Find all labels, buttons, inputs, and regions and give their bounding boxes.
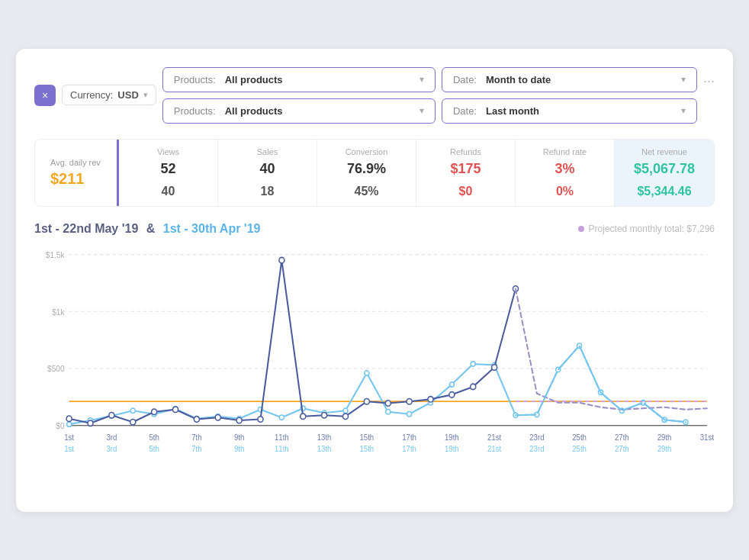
svg-text:13th: 13th [317, 444, 332, 452]
svg-text:7th: 7th [191, 433, 201, 441]
svg-point-49 [279, 257, 284, 262]
svg-text:1st: 1st [64, 433, 74, 441]
products-chevron-row2-icon: ▾ [420, 105, 424, 116]
filters-left: × Currency: USD ▾ [34, 85, 156, 106]
svg-text:27th: 27th [615, 444, 629, 452]
currency-chevron-icon: ▾ [143, 90, 148, 100]
avg-label: Avg. daily rev [50, 158, 101, 167]
date-filter-row2[interactable]: Date: Last month ▾ [442, 98, 697, 124]
svg-text:5th: 5th [149, 433, 159, 441]
svg-point-12 [130, 408, 135, 413]
svg-text:21st: 21st [487, 444, 501, 452]
date-filter-group: Date: Month to date ▾ Date: Last month ▾… [442, 67, 715, 124]
svg-point-39 [66, 415, 72, 420]
svg-point-52 [342, 413, 348, 418]
currency-label: Currency: [70, 89, 113, 101]
svg-point-25 [407, 411, 412, 416]
svg-text:9th: 9th [234, 444, 244, 452]
svg-point-45 [194, 416, 199, 421]
svg-text:3rd: 3rd [106, 444, 117, 452]
currency-selector[interactable]: Currency: USD ▾ [62, 85, 156, 105]
chart-period1: 1st - 22nd May '19 [34, 222, 138, 235]
svg-text:17th: 17th [402, 433, 416, 441]
chart-period2: 1st - 30th Apr '19 [163, 222, 261, 235]
svg-text:25th: 25th [572, 444, 587, 452]
stat-col-refund-rate: Refund rate 3% 0% [516, 140, 615, 206]
svg-text:5th: 5th [149, 444, 159, 452]
revenue-chart: $0$500$1k$1.5k1st1st3rd3rd5th5th7th7th9t… [34, 246, 715, 491]
products-filter-row2[interactable]: Products: All products ▾ [162, 98, 436, 124]
svg-point-27 [449, 381, 454, 386]
svg-text:$0: $0 [56, 421, 64, 430]
projected-label: Projected monthly total: $7,296 [589, 224, 715, 234]
stat-col-conversion: Conversion 76.9% 45% [317, 140, 416, 206]
svg-point-58 [471, 384, 476, 389]
svg-text:$1k: $1k [52, 307, 65, 316]
svg-point-43 [152, 409, 157, 414]
stats-columns: Views 52 40 Sales 40 18 Conversion 76.9%… [119, 140, 714, 206]
projected-dot-icon [578, 226, 584, 232]
svg-text:9th: 9th [234, 433, 244, 441]
date-value-row2: Last month [486, 105, 675, 117]
svg-point-55 [407, 398, 412, 404]
date-filter-row1[interactable]: Date: Month to date ▾ [442, 67, 697, 92]
svg-text:7th: 7th [191, 444, 201, 452]
svg-point-28 [471, 361, 475, 365]
svg-point-53 [364, 398, 369, 404]
svg-text:17th: 17th [402, 444, 416, 452]
currency-value: USD [117, 89, 138, 101]
svg-text:19th: 19th [445, 444, 459, 452]
products-value-row2: All products [225, 105, 413, 117]
stat-col-net-revenue: Net revenue $5,067.78 $5,344.46 [615, 140, 714, 206]
main-card: × Currency: USD ▾ Products: All products… [16, 49, 733, 512]
svg-point-41 [109, 412, 114, 417]
avg-value: $211 [50, 170, 101, 188]
svg-text:13th: 13th [317, 433, 332, 441]
svg-text:11th: 11th [275, 444, 289, 452]
svg-point-40 [88, 420, 93, 425]
date-chevron-row1-icon: ▾ [681, 74, 686, 85]
chart-header: 1st - 22nd May '19 & 1st - 30th Apr '19 … [34, 222, 715, 236]
svg-text:15th: 15th [359, 433, 374, 441]
svg-text:1st: 1st [64, 444, 74, 452]
svg-point-47 [236, 417, 242, 423]
svg-point-50 [301, 413, 306, 418]
stat-avg-daily-rev: Avg. daily rev $211 [35, 140, 119, 206]
svg-point-59 [492, 364, 497, 369]
close-button[interactable]: × [34, 85, 56, 106]
svg-point-23 [365, 370, 369, 375]
svg-point-24 [386, 409, 391, 414]
chart-container: $0$500$1k$1.5k1st1st3rd3rd5th5th7th7th9t… [34, 246, 715, 494]
svg-text:29th: 29th [657, 444, 672, 452]
more-options-button[interactable]: ··· [703, 73, 715, 89]
products-value-row1: All products [225, 74, 413, 85]
svg-point-56 [428, 396, 433, 401]
svg-point-44 [172, 407, 178, 412]
date-label-row1: Date: [453, 74, 477, 85]
chart-amp: & [146, 222, 159, 235]
svg-point-54 [385, 400, 391, 405]
projected-total: Projected monthly total: $7,296 [578, 224, 715, 234]
products-label-row1: Products: [174, 74, 216, 85]
filters-section: × Currency: USD ▾ Products: All products… [34, 67, 715, 124]
svg-text:$1.5k: $1.5k [46, 250, 66, 259]
svg-point-22 [343, 408, 348, 413]
svg-point-19 [279, 415, 284, 420]
stats-row: Avg. daily rev $211 Views 52 40 Sales 40… [34, 139, 715, 207]
svg-text:19th: 19th [445, 433, 459, 441]
svg-text:23rd: 23rd [529, 433, 544, 441]
date-label-row2: Date: [453, 105, 477, 117]
svg-text:29th: 29th [657, 433, 672, 441]
svg-text:21st: 21st [487, 433, 501, 441]
stat-col-sales: Sales 40 18 [218, 140, 317, 206]
filter-group-products: Products: All products ▾ Products: All p… [162, 67, 436, 124]
svg-point-57 [449, 391, 455, 397]
svg-text:31st: 31st [700, 433, 714, 441]
svg-point-48 [258, 416, 263, 421]
svg-text:15th: 15th [359, 444, 374, 452]
products-filter-row1[interactable]: Products: All products ▾ [162, 67, 436, 92]
svg-point-9 [67, 421, 72, 426]
svg-point-51 [322, 412, 327, 417]
chart-title: 1st - 22nd May '19 & 1st - 30th Apr '19 [34, 222, 260, 236]
stat-col-views: Views 52 40 [119, 140, 218, 206]
